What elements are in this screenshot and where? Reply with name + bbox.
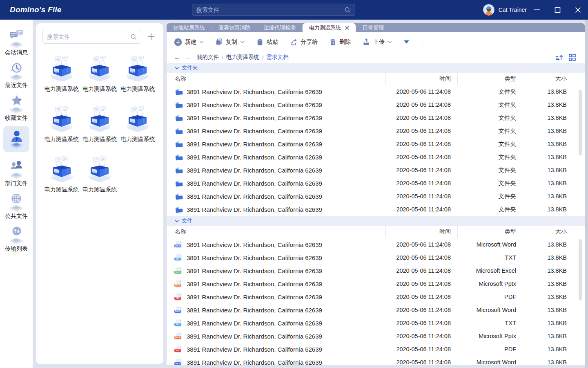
file-row[interactable]: DOCX 3891 Ranchview Dr. Richardson, Cali… — [167, 303, 585, 316]
tab[interactable]: 日常管理 — [356, 23, 390, 32]
file-ext-badge: PPTX — [174, 336, 181, 339]
more-actions-dropdown[interactable] — [403, 40, 410, 44]
folder-3d-icon — [85, 105, 114, 132]
sidebar-item-public[interactable]: 公共文件 — [2, 190, 31, 222]
trash-icon — [329, 38, 336, 46]
folder-row[interactable]: 3891 Ranchview Dr. Richardson, Californi… — [167, 85, 585, 98]
folder-row[interactable]: 3891 Ranchview Dr. Richardson, Californi… — [167, 137, 585, 150]
column-header-type[interactable]: 类型 — [457, 73, 523, 85]
new-button[interactable]: 新建 — [174, 38, 204, 46]
copy-button[interactable]: 复制 — [215, 38, 245, 46]
sidebar: 会话消息 最近文件 收藏文件 — [0, 20, 33, 368]
folder-row[interactable]: 3891 Ranchview Dr. Richardson, Californi… — [167, 98, 585, 111]
upload-button[interactable]: 上传 — [362, 38, 392, 46]
row-type: 文件夹 — [457, 190, 523, 203]
folder-grid-item[interactable]: 电力测温系统 — [80, 155, 118, 194]
tab[interactable]: 智能站房系统 — [167, 23, 212, 32]
column-header-size[interactable]: 大小 — [523, 73, 573, 85]
tab-label: 宜宾智慧消防 — [218, 24, 250, 31]
avatar[interactable] — [483, 4, 494, 16]
tab[interactable]: 电力测温系统 — [303, 23, 356, 32]
folder-grid-label: 电力测温系统 — [120, 135, 155, 144]
tab[interactable]: 宜宾智慧消防 — [212, 23, 257, 32]
sort-icon[interactable] — [555, 54, 563, 61]
row-size: 13.8KB — [523, 316, 573, 330]
folder-row[interactable]: 3891 Ranchview Dr. Richardson, Californi… — [167, 111, 585, 124]
tab[interactable]: 边缘代理检测 — [257, 23, 302, 32]
titlebar: Domino's File Cat Trainer — [0, 0, 588, 20]
close-button[interactable] — [568, 0, 588, 20]
file-ext-badge: PDF — [174, 349, 181, 352]
maximize-button[interactable] — [547, 0, 568, 20]
file-row[interactable]: TXT 3891 Ranchview Dr. Richardson, Calif… — [167, 316, 585, 330]
triangle-down-icon — [403, 40, 410, 44]
chevron-down-icon — [175, 67, 179, 70]
folder-row[interactable]: 3891 Ranchview Dr. Richardson, Californi… — [167, 124, 585, 137]
tab-close-icon[interactable] — [345, 26, 349, 30]
folder-grid-item[interactable]: 电力测温系统 — [80, 54, 118, 93]
folder-grid-item[interactable]: 电力测温系统 — [119, 54, 157, 93]
row-size: 13.8KB — [523, 177, 573, 190]
row-type: PDF — [457, 290, 523, 303]
folder-grid-item[interactable]: 电力测温系统 — [42, 155, 80, 194]
folder-grid-item[interactable]: 电力测温系统 — [42, 54, 80, 93]
column-header-type[interactable]: 类型 — [457, 226, 523, 238]
column-header-size[interactable]: 大小 — [523, 226, 573, 238]
folder-grid-item[interactable]: 电力测温系统 — [80, 105, 118, 144]
file-row[interactable]: DOCX 3891 Ranchview Dr. Richardson, Cali… — [167, 356, 585, 365]
breadcrumb-item-current[interactable]: 需求文档 — [267, 54, 289, 61]
delete-label: 删除 — [339, 38, 351, 46]
folder-grid-label: 电力测温系统 — [44, 85, 79, 93]
folders-section-header[interactable]: 文件夹 — [167, 63, 585, 73]
file-row[interactable]: TXT 3891 Ranchview Dr. Richardson, Calif… — [167, 251, 585, 264]
file-row[interactable]: PPTX 3891 Ranchview Dr. Richardson, Cali… — [167, 330, 585, 343]
panel-search-input[interactable] — [47, 34, 130, 40]
sidebar-item-transfers[interactable]: 传输列表 — [2, 222, 31, 255]
file-row[interactable]: PPTX 3891 Ranchview Dr. Richardson, Cali… — [167, 277, 585, 290]
sidebar-item-messages[interactable]: 会话消息 — [2, 26, 31, 59]
row-time: 2020-05-06 11:24:08 — [385, 124, 457, 137]
folder-row[interactable]: 3891 Ranchview Dr. Richardson, Californi… — [167, 203, 585, 216]
paste-button[interactable]: 粘贴 — [256, 38, 278, 46]
sidebar-item-department[interactable]: 部门文件 — [2, 157, 31, 190]
column-header-time[interactable]: 时间 — [385, 226, 457, 238]
grid-view-icon[interactable] — [569, 54, 576, 61]
column-header-time[interactable]: 时间 — [385, 73, 457, 85]
row-size: 13.8KB — [523, 150, 573, 164]
folder-row[interactable]: 3891 Ranchview Dr. Richardson, Californi… — [167, 150, 585, 164]
row-type: 文件夹 — [457, 111, 523, 124]
files-scrollbar[interactable] — [579, 239, 582, 301]
folder-3d-icon — [85, 155, 114, 182]
global-search-input[interactable] — [196, 7, 344, 13]
file-row[interactable]: PDF 3891 Ranchview Dr. Richardson, Calif… — [167, 343, 585, 356]
folder-row[interactable]: 3891 Ranchview Dr. Richardson, Californi… — [167, 190, 585, 203]
add-folder-button[interactable] — [145, 31, 157, 43]
file-row[interactable]: PDF 3891 Ranchview Dr. Richardson, Calif… — [167, 290, 585, 303]
folder-grid-item[interactable]: 电力测温系统 — [42, 105, 80, 144]
file-row[interactable]: XLSX 3891 Ranchview Dr. Richardson, Cali… — [167, 264, 585, 277]
delete-button[interactable]: 删除 — [329, 38, 351, 46]
folder-3d-icon — [47, 54, 76, 81]
folders-scrollbar[interactable] — [579, 90, 582, 155]
panel-search[interactable] — [42, 30, 141, 44]
breadcrumb-separator: / — [262, 54, 264, 61]
minimize-button[interactable] — [527, 0, 547, 20]
sidebar-item-recent[interactable]: 最近文件 — [2, 59, 31, 92]
folder-row[interactable]: 3891 Ranchview Dr. Richardson, Californi… — [167, 177, 585, 190]
sidebar-item-my-files[interactable] — [3, 126, 29, 152]
file-row[interactable]: DOCX 3891 Ranchview Dr. Richardson, Cali… — [167, 238, 585, 251]
breadcrumb-item[interactable]: 电力测温系统 — [226, 54, 259, 61]
column-header-name[interactable]: 名称 — [167, 226, 385, 238]
sidebar-item-favorites[interactable]: 收藏文件 — [2, 92, 31, 124]
folder-row[interactable]: 3891 Ranchview Dr. Richardson, Californi… — [167, 164, 585, 177]
folder-grid-item[interactable]: 电力测温系统 — [119, 105, 157, 144]
tab-bar: 智能站房系统 宜宾智慧消防 边缘代理检测 电力测温系统 日常管理 — [167, 23, 585, 32]
user-name[interactable]: Cat Trainer — [499, 7, 527, 13]
files-section-header[interactable]: 文件 — [167, 216, 585, 226]
column-header-name[interactable]: 名称 — [167, 73, 385, 85]
global-search[interactable] — [192, 4, 355, 16]
breadcrumb-item[interactable]: 我的文件 — [197, 54, 219, 61]
share-button[interactable]: 分享给 — [290, 38, 318, 46]
forward-arrow-icon[interactable]: → — [185, 54, 191, 61]
back-arrow-icon[interactable]: ← — [174, 54, 180, 61]
